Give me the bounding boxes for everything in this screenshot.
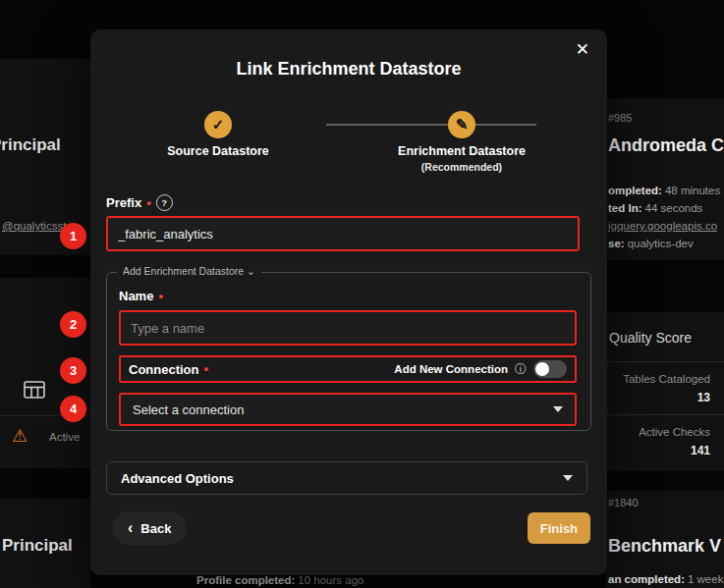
- group-legend[interactable]: Add Enrichment Datastore ⌄: [117, 265, 261, 277]
- advanced-options-toggle[interactable]: Advanced Options: [106, 461, 587, 495]
- bg-left-bottom-title: Principal: [2, 536, 73, 556]
- finish-button[interactable]: Finish: [528, 512, 590, 544]
- annotation-circle-4: 4: [60, 396, 86, 422]
- name-input[interactable]: [119, 310, 577, 346]
- bg-tables-cataloged-label: Tables Cataloged: [623, 373, 710, 385]
- link-enrichment-datastore-modal: ✕ Link Enrichment Datastore ✓ ✎ Source D…: [90, 29, 607, 575]
- screen: Principal @qualyticsst ⚠ Active Principa…: [0, 0, 724, 588]
- check-icon: ✓: [212, 116, 225, 134]
- annotation-circle-1: 1: [60, 223, 86, 249]
- toggle-knob: [535, 362, 549, 376]
- step-source-datastore: ✓: [204, 111, 232, 138]
- modal-title: Link Enrichment Datastore: [90, 59, 607, 80]
- step-enrichment-datastore: ✎: [448, 111, 475, 138]
- bg-card-985: #985 Andromeda C ompleted:48 minutes ted…: [606, 98, 724, 260]
- bg-card-1840: #1840 Benchmark V an completed:1 week ag: [606, 491, 724, 588]
- step-enrichment-sublabel: (Recommended): [373, 161, 550, 173]
- chevron-left-icon: ‹: [128, 522, 133, 534]
- bg-985-api-link[interactable]: igquery.googleapis.co: [608, 220, 717, 232]
- step-source-label: Source Datastore: [139, 144, 297, 158]
- prefix-input[interactable]: [106, 216, 580, 251]
- table-icon: [24, 380, 45, 400]
- bg-left-account-link[interactable]: @qualyticsst: [2, 220, 66, 232]
- info-icon[interactable]: ⓘ: [515, 361, 527, 378]
- bg-active-label: Active: [49, 431, 80, 443]
- bg-card-left-bottom: Principal: [0, 499, 90, 588]
- pencil-icon: ✎: [456, 116, 469, 134]
- advanced-options-label: Advanced Options: [121, 471, 234, 486]
- connection-select-value: Select a connection: [133, 402, 244, 417]
- bg-divider: [606, 361, 724, 362]
- close-icon[interactable]: ✕: [576, 39, 589, 60]
- add-new-connection-label: Add New Connection: [394, 363, 508, 375]
- chevron-down-icon: [563, 475, 573, 481]
- add-enrichment-datastore-group: Add Enrichment Datastore ⌄ Name • Connec…: [106, 272, 591, 431]
- bg-quality-score-title: Quality Score: [609, 330, 692, 346]
- connection-select[interactable]: Select a connection: [119, 393, 577, 426]
- bg-tables-cataloged-value: 13: [697, 391, 710, 404]
- help-icon[interactable]: ?: [156, 194, 173, 211]
- bg-985-line4: se:qualytics-dev: [608, 238, 694, 249]
- bg-card-quality: Quality Score Tables Cataloged 13 Active…: [606, 312, 724, 471]
- bg-active-checks-value: 141: [691, 444, 710, 457]
- chevron-down-icon: ⌄: [247, 265, 255, 277]
- required-marker: •: [204, 364, 209, 374]
- stepper-connector: [326, 124, 536, 126]
- bg-left-datastore-title: Principal: [0, 135, 61, 155]
- connection-label: Connection •: [129, 362, 208, 377]
- back-button[interactable]: ‹ Back: [112, 511, 187, 545]
- step-enrichment-label: Enrichment Datastore: [373, 144, 550, 158]
- bg-card-985-id: #985: [608, 112, 632, 124]
- required-marker: •: [158, 292, 163, 301]
- chevron-down-icon: [553, 406, 563, 412]
- bg-bottom-status: Profile completed:10 hours ago: [196, 574, 363, 586]
- add-new-connection-toggle[interactable]: [533, 360, 567, 378]
- bg-card-985-title: Andromeda C: [608, 135, 724, 156]
- bg-card-1840-title: Benchmark V: [608, 536, 721, 557]
- bg-985-line2: ted In:44 seconds: [608, 202, 702, 214]
- connection-row: Connection • Add New Connection ⓘ: [119, 355, 577, 383]
- bg-1840-line: an completed:1 week ag: [608, 573, 724, 585]
- annotation-circle-2: 2: [60, 311, 86, 338]
- annotation-circle-3: 3: [60, 357, 86, 384]
- bg-card-1840-id: #1840: [608, 497, 639, 508]
- warning-triangle-icon: ⚠: [12, 425, 28, 447]
- required-marker: •: [146, 198, 151, 208]
- bg-divider: [606, 414, 724, 415]
- bg-active-checks-label: Active Checks: [639, 426, 710, 438]
- bg-985-line1: ompleted:48 minutes: [608, 185, 720, 196]
- prefix-label: Prefix • ?: [106, 194, 173, 211]
- name-label: Name •: [119, 289, 163, 303]
